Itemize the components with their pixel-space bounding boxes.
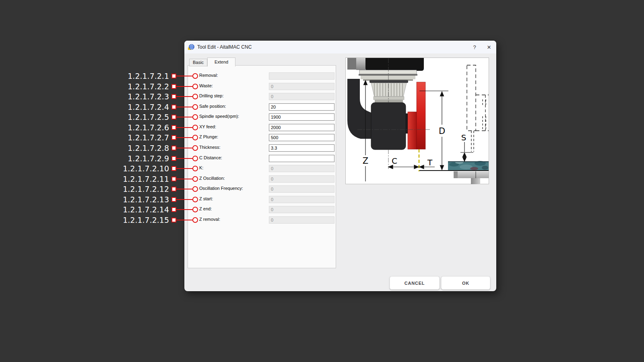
- collet-nut: [371, 83, 407, 97]
- annotation-label: 1.2.1.7.2.14: [97, 204, 169, 215]
- annotation-label: 1.2.1.7.2.6: [97, 122, 169, 133]
- field-label: Z start:: [199, 196, 213, 201]
- app-globe-icon: [188, 44, 194, 50]
- field-label: Thickness:: [199, 145, 221, 150]
- field-input[interactable]: [269, 155, 334, 162]
- annotation-circle-marker: [192, 166, 198, 171]
- field-label: Z removal:: [199, 217, 220, 222]
- annotation-connector-line: [176, 148, 193, 148]
- saw-blade: [417, 82, 425, 149]
- field-input: [269, 175, 334, 183]
- tab-bar: Basic Extend: [189, 58, 235, 66]
- annotation-circle-marker: [192, 114, 198, 120]
- annotation-label: 1.2.1.7.2.4: [97, 102, 169, 112]
- annotation-label: 1.2.1.7.2.12: [97, 184, 169, 194]
- annotation-connector-line: [176, 96, 193, 97]
- annotation-connector-line: [176, 168, 193, 169]
- dim-label-c: C: [392, 156, 397, 166]
- annotation-circle-marker: [192, 135, 198, 140]
- field-input: [269, 72, 334, 80]
- annotation-connector-line: [176, 117, 193, 117]
- field-input: [269, 206, 334, 213]
- annotation-circle-marker: [192, 197, 198, 202]
- annotation-label: 1.2.1.7.2.15: [97, 215, 169, 225]
- dim-label-s: S: [461, 133, 466, 142]
- dialog-titlebar[interactable]: Tool Edit - AitalMAC CNC ? ✕: [184, 41, 496, 53]
- tab-basic[interactable]: Basic: [189, 59, 207, 66]
- annotation-circle-marker: [192, 176, 198, 182]
- field-label: Removal:: [199, 73, 218, 78]
- field-input[interactable]: [269, 144, 334, 152]
- annotation-connector-line: [176, 199, 193, 200]
- tab-extend[interactable]: Extend: [207, 58, 235, 67]
- field-label: XY feed:: [199, 124, 216, 129]
- field-label: Spindle speed(rpm):: [199, 114, 239, 119]
- angle-head-body: [371, 103, 406, 150]
- dim-label-z: Z: [363, 156, 368, 166]
- field-label: K:: [199, 165, 203, 170]
- annotation-circle-marker: [192, 207, 198, 212]
- dialog-title: Tool Edit - AitalMAC CNC: [197, 44, 252, 50]
- table-pedestal: [471, 178, 480, 184]
- annotation-circle-marker: [192, 125, 198, 130]
- annotation-connector-line: [176, 189, 193, 189]
- machine-table: [454, 171, 489, 178]
- annotation-circle-marker: [192, 94, 198, 99]
- annotation-circle-marker: [192, 84, 198, 89]
- field-input: [269, 83, 334, 90]
- field-input: [269, 216, 334, 224]
- annotation-label: 1.2.1.7.2.13: [97, 194, 169, 205]
- field-label: Z Oscillation:: [199, 176, 225, 181]
- annotation-connector-line: [176, 137, 193, 138]
- field-label: Safe position:: [199, 104, 226, 109]
- annotation-connector-line: [176, 127, 193, 128]
- field-label: C Distance:: [199, 155, 222, 160]
- annotation-label: 1.2.1.7.2.2: [97, 81, 169, 92]
- field-input: [269, 196, 334, 203]
- field-input[interactable]: [269, 113, 334, 121]
- annotation-connector-line: [176, 158, 193, 159]
- annotation-circle-marker: [192, 217, 198, 223]
- help-button[interactable]: ?: [467, 41, 482, 53]
- annotation-circle-marker: [192, 156, 198, 161]
- annotation-circle-marker: [192, 73, 198, 79]
- field-input[interactable]: [269, 103, 334, 111]
- annotation-connector-line: [176, 107, 193, 107]
- annotation-label: 1.2.1.7.2.1: [97, 71, 169, 81]
- field-label: Oscillation Frequency:: [199, 186, 243, 191]
- workpiece-marble: [448, 161, 489, 171]
- dim-label-t: T: [427, 158, 433, 167]
- field-input: [269, 165, 334, 172]
- annotation-connector-line: [176, 179, 193, 179]
- annotation-label: 1.2.1.7.2.3: [97, 91, 169, 102]
- annotation-circle-marker: [192, 145, 198, 151]
- annotation-label: 1.2.1.7.2.9: [97, 153, 169, 164]
- cnc-tool-diagram: Z D C T S: [345, 58, 489, 184]
- field-input[interactable]: [269, 134, 334, 141]
- field-label: Waste:: [199, 83, 213, 88]
- screen: Tool Edit - AitalMAC CNC ? ✕ Basic Exten…: [0, 0, 644, 362]
- dim-label-d: D: [439, 126, 445, 136]
- annotation-label: 1.2.1.7.2.8: [97, 143, 169, 153]
- annotation-circle-marker: [192, 186, 198, 192]
- annotation-connector-line: [176, 209, 193, 210]
- annotation-label: 1.2.1.7.2.10: [97, 163, 169, 174]
- field-input: [269, 93, 334, 100]
- ok-button[interactable]: OK: [441, 276, 490, 290]
- field-input: [269, 185, 334, 193]
- field-input[interactable]: [269, 124, 334, 131]
- annotation-connector-line: [176, 220, 193, 220]
- annotation-label: 1.2.1.7.2.5: [97, 112, 169, 122]
- machine-frame-block: [347, 58, 356, 70]
- field-label: Z end:: [199, 206, 212, 211]
- field-label: Drilling step:: [199, 93, 224, 98]
- annotation-label: 1.2.1.7.2.11: [97, 174, 169, 184]
- annotation-connector-line: [176, 76, 193, 76]
- annotation-connector-line: [176, 86, 193, 87]
- close-icon[interactable]: ✕: [482, 41, 496, 53]
- spindle-housing: [365, 58, 424, 71]
- blade-hub: [408, 112, 417, 149]
- cancel-button[interactable]: CANCEL: [390, 276, 440, 290]
- annotation-label: 1.2.1.7.2.7: [97, 132, 169, 143]
- annotation-circle-marker: [192, 104, 198, 110]
